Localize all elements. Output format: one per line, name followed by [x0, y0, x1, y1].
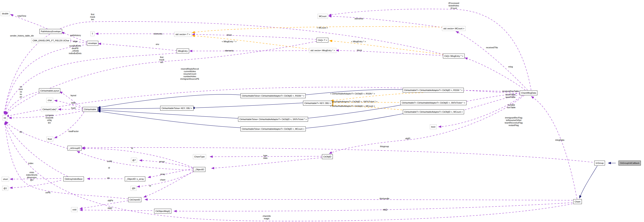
edge-label-16: receivedTNs [486, 46, 498, 49]
class-node-irr-group[interactable]: IrrGroup [594, 161, 605, 166]
edge-use-0 [10, 14, 48, 29]
class-node-at7[interactable]: @7 [131, 158, 137, 163]
edge-label-39: group [159, 160, 165, 163]
class-node-chare-type[interactable]: ChareType [193, 154, 206, 159]
class-node-t[interactable]: T [90, 31, 94, 36]
class-node-ck-hashcode[interactable]: CkHashCode(* [41, 107, 58, 112]
class-node-object-id[interactable]: _ObjectID [193, 167, 206, 172]
edge-label-33: immigrantRecFlagtoResumeOrNotteamRecover… [505, 117, 522, 127]
class-node-int[interactable]: int [2, 116, 7, 120]
edge-label-10: elements [225, 50, 234, 52]
edge-inh-64 [580, 166, 597, 198]
class-node-object-id-s-array[interactable]: _ObjectID::s_array [125, 177, 145, 181]
edge-use-29 [531, 96, 577, 199]
edge-label-15: tProcessedticketHolestCount [448, 2, 459, 10]
edge-use-14 [465, 58, 525, 90]
edge-label-20: oosizeoskspo [19, 86, 23, 98]
edge-inh-62 [302, 113, 408, 129]
class-node-tslow-key-obj[interactable]: CkHashtableTslow< KEY, OBJ > [160, 106, 194, 111]
class-node-double[interactable]: double [0, 11, 10, 16]
class-node-ck-hashtable-layout[interactable]: CkHashtableLayout [39, 88, 60, 93]
edge-label-27: < CkHashtableAdaptorT< CkObjID >, RSSN *… [330, 93, 375, 95]
class-node-std-vector-mcount[interactable]: std::vector< MCount > [442, 26, 466, 31]
class-node-chare[interactable]: Chare [573, 199, 582, 204]
edge-use-13 [456, 31, 528, 90]
class-node-cmk-envelope-ft-fields[interactable]: CMK_ENVELOPE_FT_FIELDS UChar [32, 38, 71, 43]
edge-use-46 [80, 210, 152, 210]
class-node-short[interactable]: short [2, 177, 9, 182]
edge-use-38 [10, 180, 61, 188]
edge-label-17: mlog [508, 66, 513, 68]
edge-inh-58 [98, 111, 246, 128]
class-node-ck-obj-id[interactable]: CkObjID [322, 154, 333, 159]
edge-label-50: objQ [108, 207, 112, 209]
edge-label-18: resendReplyRecvdcurrentHolesresumeCountn… [180, 68, 199, 80]
edge-label-3: pathHistory [70, 34, 81, 37]
class-node-t-sntoticket[interactable]: CkHashtableT< CkHashtableAdaptorT< CkObj… [400, 100, 466, 105]
class-node-char[interactable]: char [46, 98, 53, 103]
class-node-envelope[interactable]: envelope [87, 41, 98, 46]
edge-label-26: idx [20, 131, 22, 133]
edge-label-29: < CkHashtableAdaptorT< CkObjID >, MCount… [330, 105, 375, 107]
class-node-ckq-mlogentry[interactable]: CkQ< MlogEntry * > [443, 54, 465, 59]
class-node-path-history-envelope[interactable]: PathHistoryEnvelope [40, 29, 62, 34]
edge-use-43 [145, 199, 573, 200]
edge-label-35: mlogData [555, 139, 564, 141]
edge-inh-56 [98, 108, 163, 109]
edge-label-22: table [71, 102, 76, 104]
edge-label-5: numBufDetsdestPE_infoIdxindexBufDets [69, 45, 81, 55]
edge-tmpl-50 [192, 36, 310, 49]
edge-label-37: id [131, 147, 133, 149]
edge-label-47: id [149, 184, 151, 187]
edge-label-52: objQ [383, 208, 387, 211]
edge-label-51: thishandle [380, 197, 389, 200]
class-node-tslow-rssn[interactable]: CkHashtableTslow< CkHashtableAdaptorT< C… [240, 93, 306, 98]
edge-use-8 [192, 34, 316, 39]
class-node-t-key-obj[interactable]: CkHashtableT< KEY, OBJ > [303, 101, 332, 106]
class-node-ck-group-init-callback[interactable]: CkGroupInitCallback [619, 161, 641, 166]
class-node-at6[interactable]: @6 [130, 186, 136, 191]
edge-label-9: < MlogEntry * > [222, 40, 236, 43]
edge-label-11: < MCount > [317, 27, 328, 29]
class-node-std-vector-t[interactable]: std::vector< T > [174, 32, 192, 37]
class-node-t-mcount[interactable]: CkHashtableT< CkHashtableAdaptorT< CkObj… [403, 110, 464, 114]
class-node-mcount[interactable]: MCount [318, 14, 328, 19]
class-node-mlog-entry[interactable]: MlogEntry [177, 49, 189, 54]
edge-label-49: objPtr [108, 199, 113, 202]
class-node-ck-object-msgq[interactable]: CkObjectMsgQ [154, 209, 172, 214]
edge-label-38: typedata [263, 154, 267, 159]
edge-use-9 [190, 51, 310, 51]
class-node-ck-array-index-base[interactable]: CkArrayIndexBase [63, 177, 84, 181]
edge-use-45 [80, 201, 128, 209]
edge-use-11 [329, 16, 443, 28]
class-node-chare-mlog-data[interactable]: ChareMlogData [520, 91, 537, 95]
edge-label-28: < CkHashtableAdaptorT< CkObjID >, SNToTi… [328, 100, 378, 103]
edge-inh-59 [192, 103, 305, 108]
edge-label-36: thisgroup [380, 145, 389, 148]
class-node-float[interactable]: float [46, 137, 53, 142]
class-node-ck-chare-id[interactable]: CkChareID [128, 197, 142, 202]
edge-label-34: objID [405, 137, 410, 140]
class-node-ck-hashtable[interactable]: CkHashtable [83, 107, 98, 112]
edge-use-30 [82, 148, 593, 162]
class-node-ckq-t[interactable]: CkQ< T > [316, 38, 328, 43]
class-node-void[interactable]: void [71, 207, 78, 212]
class-node-tslow-sntoticket[interactable]: CkHashtableTslow< CkHashtableAdaptorT< C… [238, 117, 308, 122]
class-node-t-rssn[interactable]: CkHashtableT< CkHashtableAdaptorT< CkObj… [403, 88, 464, 93]
collaboration-diagram: doublePathHistoryEnvelopeCMK_ENVELOPE_FT… [0, 0, 644, 222]
edge-label-21: layout [70, 94, 76, 97]
edge-label-41: index [28, 162, 33, 165]
edge-label-0: totalTime [18, 15, 26, 17]
edge-label-23: hash [71, 107, 76, 109]
edge-label-53: chareIdxmagic [263, 215, 271, 220]
class-node-std-vector-mlogentry[interactable]: std::vector< MlogEntry * > [309, 48, 336, 53]
class-node-tslow-mcount[interactable]: CkHashtableTslow< CkHashtableAdaptorT< C… [240, 127, 306, 131]
edge-label-14: block [357, 49, 362, 52]
edge-label-1: firstmasklen [90, 13, 95, 21]
edge-label-2: sender_history_table_idx [10, 35, 34, 37]
class-node-ck-group-id[interactable]: _ckGroupID [68, 146, 82, 151]
class-node-bool[interactable]: bool [430, 124, 437, 129]
edge-use-10 [336, 50, 444, 56]
edge-label-42: id [108, 166, 110, 169]
class-node-at1[interactable]: @1 [2, 186, 8, 191]
